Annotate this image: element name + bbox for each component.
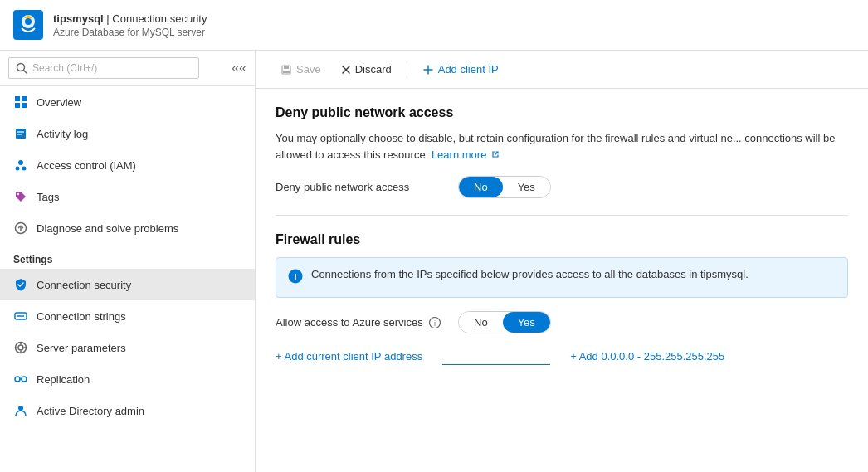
- discard-button[interactable]: Discard: [333, 59, 400, 80]
- toolbar: Save Discard Add client IP: [256, 51, 868, 89]
- page-header: tipsmysql | Connection security Azure Da…: [0, 0, 868, 51]
- add-client-ip-button[interactable]: Add client IP: [414, 59, 507, 80]
- svg-text:i: i: [294, 272, 296, 282]
- deny-access-toggle[interactable]: No Yes: [458, 176, 551, 198]
- allow-azure-label: Allow access to Azure services i: [276, 316, 441, 329]
- search-icon: [16, 62, 27, 74]
- svg-point-2: [25, 18, 32, 25]
- add-icon: [422, 64, 434, 75]
- external-link-icon: [491, 150, 500, 158]
- svg-rect-7: [15, 103, 20, 108]
- replication-icon: [13, 372, 28, 387]
- deny-description: You may optionally choose to disable, bu…: [276, 130, 848, 163]
- allow-toggle-yes[interactable]: Yes: [503, 312, 550, 333]
- deny-toggle-yes[interactable]: Yes: [503, 177, 550, 197]
- sidebar-item-diagnose-label: Diagnose and solve problems: [37, 222, 178, 235]
- sidebar-item-connection-strings-label: Connection strings: [37, 310, 126, 323]
- sidebar-item-connection-strings[interactable]: Connection strings: [0, 300, 255, 332]
- svg-rect-33: [284, 66, 289, 69]
- allow-azure-toggle[interactable]: No Yes: [458, 311, 551, 333]
- content-area: Deny public network access You may optio…: [256, 89, 868, 395]
- sidebar-item-diagnose[interactable]: Diagnose and solve problems: [0, 212, 255, 244]
- main-content: Save Discard Add client IP Deny public n…: [256, 51, 868, 472]
- sidebar-scroll: Overview Activity log Access control (IA…: [0, 86, 255, 472]
- connection-security-icon: [13, 277, 28, 292]
- allow-toggle-no[interactable]: No: [459, 312, 503, 333]
- connection-strings-icon: [13, 309, 28, 324]
- header-text: tipsmysql | Connection security Azure Da…: [53, 12, 207, 38]
- sidebar-item-active-directory-admin-label: Active Directory admin: [37, 405, 144, 417]
- svg-rect-9: [16, 129, 26, 139]
- firewall-section-title: Firewall rules: [276, 232, 848, 247]
- discard-icon: [341, 65, 351, 75]
- svg-rect-34: [283, 71, 290, 73]
- ip-input-placeholder[interactable]: [442, 347, 550, 365]
- server-parameters-icon: [13, 340, 28, 355]
- firewall-section: Firewall rules i Connections from the IP…: [276, 232, 848, 365]
- allow-azure-field: Allow access to Azure services i No Yes: [276, 311, 848, 333]
- svg-line-4: [24, 71, 27, 74]
- svg-point-22: [18, 345, 23, 350]
- svg-point-28: [15, 377, 20, 382]
- activity-log-icon: [13, 126, 28, 141]
- learn-more-link[interactable]: Learn more: [432, 148, 500, 161]
- sidebar-item-activity-log[interactable]: Activity log: [0, 118, 255, 149]
- deny-toggle-no[interactable]: No: [459, 177, 503, 197]
- header-title: tipsmysql | Connection security: [53, 12, 207, 25]
- search-input[interactable]: Search (Ctrl+/): [8, 57, 199, 79]
- collapse-sidebar-button[interactable]: ««: [232, 61, 246, 75]
- sidebar-item-replication[interactable]: Replication: [0, 363, 255, 395]
- diagnose-icon: [13, 221, 28, 236]
- section-divider: [276, 215, 848, 216]
- sidebar-item-access-control[interactable]: Access control (IAM): [0, 149, 255, 181]
- sidebar-item-overview[interactable]: Overview: [0, 86, 255, 118]
- sidebar-item-active-directory-admin[interactable]: Active Directory admin: [0, 395, 255, 426]
- sidebar-item-connection-security-label: Connection security: [37, 279, 131, 291]
- sidebar-item-tags-label: Tags: [37, 191, 59, 203]
- add-ip-range-link[interactable]: + Add 0.0.0.0 - 255.255.255.255: [570, 350, 724, 363]
- sidebar-item-overview-label: Overview: [37, 96, 81, 109]
- svg-point-31: [18, 406, 23, 411]
- svg-point-13: [16, 167, 20, 171]
- settings-section-label: Settings: [0, 244, 255, 269]
- firewall-info-text: Connections from the IPs specified below…: [311, 268, 749, 280]
- svg-rect-6: [22, 96, 27, 101]
- svg-point-29: [22, 377, 27, 382]
- info-icon: i: [288, 269, 303, 287]
- info-circle-icon: i: [429, 317, 441, 328]
- svg-rect-5: [15, 96, 20, 101]
- header-subtitle: Azure Database for MySQL server: [53, 27, 207, 38]
- svg-point-12: [18, 160, 23, 165]
- firewall-info-box: i Connections from the IPs specified bel…: [276, 257, 848, 298]
- overview-icon: [13, 95, 28, 109]
- deny-access-label: Deny public network access: [276, 181, 441, 193]
- add-ip-row: + Add current client IP address + Add 0.…: [276, 347, 848, 365]
- save-icon: [280, 64, 292, 75]
- sidebar: Search (Ctrl+/) «« Overview Activity log: [0, 51, 256, 472]
- toolbar-divider: [407, 61, 407, 78]
- tags-icon: [13, 189, 28, 204]
- search-bar: Search (Ctrl+/) ««: [0, 51, 255, 86]
- sidebar-item-server-parameters-label: Server parameters: [37, 342, 126, 354]
- sidebar-item-server-parameters[interactable]: Server parameters: [0, 332, 255, 363]
- sidebar-item-replication-label: Replication: [37, 373, 90, 386]
- svg-point-14: [22, 167, 27, 171]
- sidebar-item-tags[interactable]: Tags: [0, 181, 255, 212]
- azure-mysql-icon: [13, 10, 43, 40]
- svg-text:i: i: [434, 319, 436, 328]
- access-control-icon: [13, 158, 28, 173]
- sidebar-item-activity-log-label: Activity log: [37, 128, 88, 140]
- add-current-client-ip-link[interactable]: + Add current client IP address: [276, 350, 422, 363]
- sidebar-item-connection-security[interactable]: Connection security: [0, 269, 255, 300]
- sidebar-item-access-control-label: Access control (IAM): [37, 159, 136, 172]
- active-directory-icon: [13, 403, 28, 418]
- svg-rect-8: [22, 103, 27, 108]
- deny-access-field: Deny public network access No Yes: [276, 176, 848, 198]
- deny-section-title: Deny public network access: [276, 105, 848, 120]
- svg-point-15: [17, 193, 19, 195]
- deny-section: Deny public network access You may optio…: [276, 105, 848, 198]
- save-button[interactable]: Save: [272, 59, 329, 80]
